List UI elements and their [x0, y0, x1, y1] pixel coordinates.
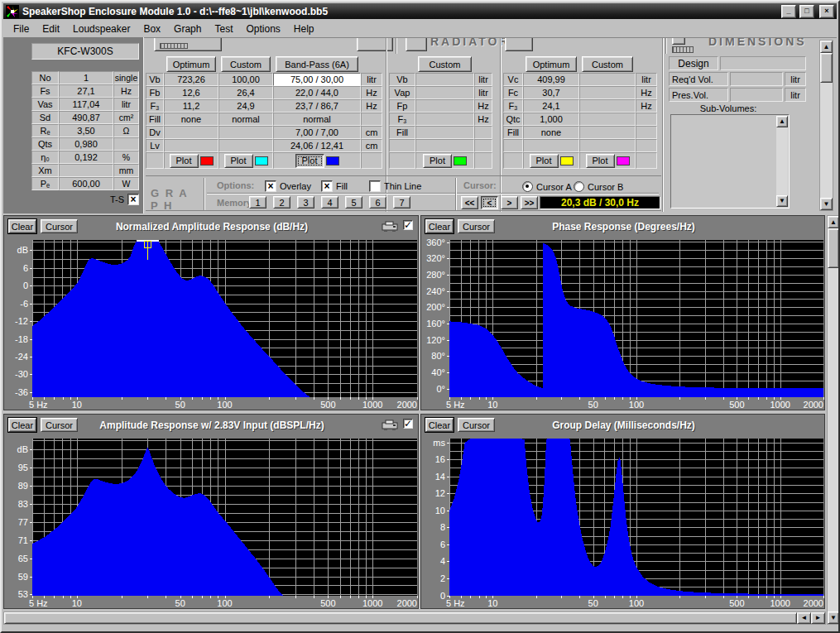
listbox-scroll-up-icon[interactable]: ▲ [776, 116, 788, 127]
panel-scrollbar[interactable]: ▲ ▼ [819, 40, 833, 211]
hscroll-left-icon[interactable]: ◄ [797, 612, 811, 624]
vented-custom-button[interactable]: Custom [221, 56, 271, 72]
cursor-button[interactable]: Cursor [458, 418, 495, 432]
graph-plot-area[interactable] [32, 439, 417, 596]
y-axis-label: 16 [421, 454, 445, 464]
radiator-plot-button-1[interactable]: Plot [423, 154, 452, 168]
closed-custom-button[interactable]: Custom [582, 56, 633, 72]
x-tick [417, 397, 418, 400]
design-label: Design [669, 56, 718, 70]
menu-help[interactable]: Help [287, 20, 321, 37]
vented-plot-button-1[interactable]: Plot [170, 154, 199, 168]
memory-button-2[interactable]: 2 [273, 196, 290, 209]
vented-row-label: Vb [146, 73, 164, 86]
y-tick [30, 392, 32, 393]
cursor-button[interactable]: Cursor [41, 418, 78, 432]
minimize-button[interactable]: _ [781, 5, 796, 18]
printer-icon[interactable] [382, 221, 398, 232]
hscroll-right-icon[interactable]: ► [811, 612, 825, 624]
print-enabled-checkbox[interactable]: ✓ [403, 419, 413, 429]
x-axis-label: 500 [718, 400, 755, 410]
panel-scroll-down-icon[interactable]: ▼ [820, 198, 833, 210]
menu-loudspeaker[interactable]: Loudspeaker [66, 20, 137, 37]
driver-param-unit: Hz [113, 84, 139, 98]
cursor-button[interactable]: Cursor [41, 219, 78, 233]
print-enabled-checkbox[interactable]: ✓ [403, 220, 413, 230]
listbox-scroll-down-icon[interactable]: ▼ [776, 195, 788, 207]
y-axis-label: 320° [421, 253, 445, 263]
menu-box[interactable]: Box [137, 20, 167, 37]
listbox-scrollbar[interactable] [776, 127, 788, 195]
graph-scroll-thumb[interactable] [828, 228, 839, 268]
x-tick [705, 596, 706, 598]
closed-plot-button-1[interactable]: Plot [530, 154, 559, 168]
vented-band-pass-6a-button[interactable]: Band-Pass (6A) [276, 56, 358, 72]
y-axis-label: dB [4, 444, 28, 454]
x-tick [295, 596, 296, 598]
x-tick [295, 397, 296, 400]
x-tick [679, 596, 680, 598]
cursor-button[interactable]: Cursor [458, 219, 495, 233]
y-axis-label: 10 [421, 506, 445, 516]
cursor-b-radio[interactable] [574, 181, 584, 192]
design-value[interactable] [720, 56, 806, 70]
x-axis-label: 2000 [787, 598, 823, 608]
y-axis-label: 77 [4, 517, 28, 527]
x-tick [561, 397, 562, 400]
graph-vertical-scrollbar[interactable]: ▲ ▼ [827, 215, 840, 625]
graph-plot-area[interactable] [32, 240, 417, 397]
graph-scroll-down-icon[interactable]: ▼ [828, 611, 839, 624]
closed-plot-button-2[interactable]: Plot [586, 154, 615, 168]
closed-optimum-button[interactable]: Optimum [526, 56, 577, 72]
closed-value [523, 139, 579, 152]
ts-checkbox[interactable]: × [127, 194, 139, 205]
clear-button[interactable]: Clear [8, 219, 36, 233]
clear-button[interactable]: Clear [425, 219, 454, 233]
memory-button-4[interactable]: 4 [321, 196, 338, 209]
graph-plot-area[interactable] [449, 439, 823, 596]
menu-graph[interactable]: Graph [167, 20, 208, 37]
hscroll-thumb[interactable] [4, 612, 797, 624]
menu-file[interactable]: File [7, 20, 36, 37]
cursor-rewind-button[interactable]: << [461, 196, 478, 209]
cursor-fastforward-button[interactable]: >> [521, 196, 538, 209]
graph-scroll-up-icon[interactable]: ▲ [828, 216, 839, 228]
y-tick [30, 321, 32, 322]
panel-scroll-thumb[interactable] [820, 53, 833, 83]
graph-plot-area[interactable] [449, 240, 823, 397]
cursor-back-button[interactable]: < [481, 196, 498, 209]
memory-button-7[interactable]: 7 [393, 196, 410, 209]
vented-plot-button-2[interactable]: Plot [224, 154, 253, 168]
y-axis-label: ms [421, 438, 445, 448]
memory-button-3[interactable]: 3 [297, 196, 314, 209]
clear-button[interactable]: Clear [8, 418, 36, 432]
clear-button[interactable]: Clear [425, 418, 454, 432]
driver-param-value: 27,1 [59, 84, 113, 98]
vented-value: none [164, 113, 218, 126]
maximize-button[interactable]: □ [799, 5, 814, 18]
memory-button-1[interactable]: 1 [249, 196, 266, 209]
sub-volumes-listbox[interactable]: ▲ ▼ [670, 114, 790, 209]
fill-checkbox[interactable]: × [321, 180, 333, 192]
thin-line-checkbox[interactable] [369, 180, 381, 192]
vented-value-input[interactable]: 75,00 / 30,00 [273, 73, 361, 86]
option-overlay: ×Overlay [265, 180, 311, 192]
vented-optimum-button[interactable]: Optimum [166, 56, 216, 72]
closed-row-label: Fc [503, 86, 523, 99]
close-button[interactable]: × [819, 5, 834, 18]
memory-button-6[interactable]: 6 [369, 196, 386, 209]
menu-options[interactable]: Options [239, 20, 286, 37]
menu-test[interactable]: Test [208, 20, 239, 37]
overlay-checkbox[interactable]: × [265, 180, 276, 192]
memory-button-5[interactable]: 5 [345, 196, 362, 209]
x-axis-label: 100 [207, 598, 243, 608]
panel-scroll-up-icon[interactable]: ▲ [820, 41, 833, 53]
y-axis-label: 14 [421, 472, 445, 482]
cursor-a-radio[interactable] [522, 181, 533, 192]
cursor-forward-button[interactable]: > [501, 196, 518, 209]
printer-icon[interactable] [382, 420, 398, 430]
vented-plot-button-3[interactable]: Plot [295, 154, 324, 168]
radiator-custom-button[interactable]: Custom [418, 56, 472, 72]
graph-horizontal-scrollbar[interactable]: ◄ ► [3, 611, 826, 625]
menu-edit[interactable]: Edit [36, 20, 66, 37]
